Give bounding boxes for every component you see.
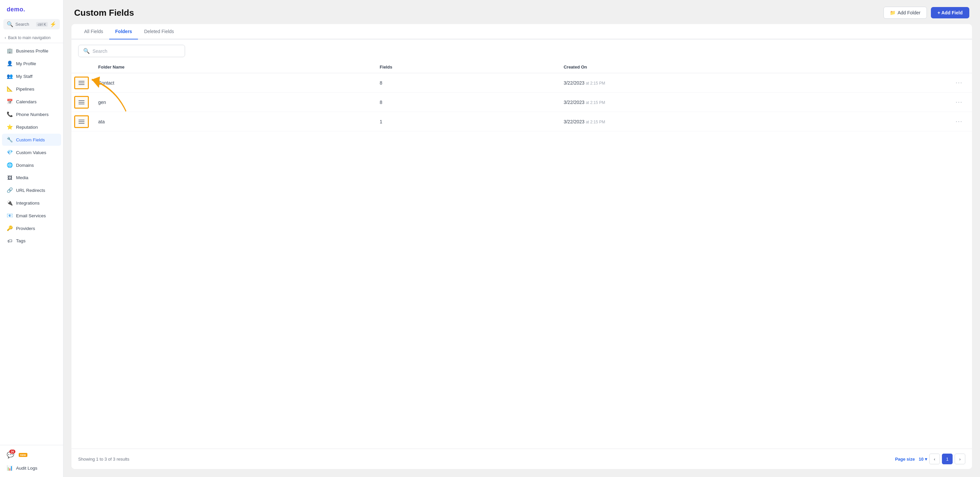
sidebar-item-domains[interactable]: 🌐 Domains bbox=[2, 159, 61, 171]
pagination-prev-button[interactable]: ‹ bbox=[929, 454, 940, 464]
drag-highlight-box-2 bbox=[74, 96, 89, 108]
my-staff-icon: 👥 bbox=[7, 73, 13, 79]
reputation-icon: ⭐ bbox=[7, 124, 13, 130]
global-search-bar[interactable]: 🔍 Search ctrl K ⚡ bbox=[3, 19, 60, 29]
tags-icon: 🏷 bbox=[7, 238, 13, 244]
pagination-page-1-button[interactable]: 1 bbox=[942, 454, 953, 464]
sidebar-item-label: Custom Fields bbox=[16, 137, 45, 142]
folder-icon: 📁 bbox=[890, 10, 896, 15]
drag-cell-3 bbox=[72, 112, 92, 131]
drag-cell-2 bbox=[72, 93, 92, 112]
drag-highlight-box-3 bbox=[74, 115, 89, 128]
tab-all-fields[interactable]: All Fields bbox=[78, 24, 109, 40]
drag-highlight-box-1 bbox=[74, 77, 89, 89]
sidebar-item-label: Pipelines bbox=[16, 86, 34, 92]
sidebar-item-calendars[interactable]: 📅 Calendars bbox=[2, 96, 61, 108]
page-title: Custom Fields bbox=[74, 8, 134, 18]
content-area: All Fields Folders Deleted Fields 🔍 bbox=[72, 24, 972, 469]
table-row: ata 1 3/22/2023 at 2:15 PM ··· bbox=[72, 112, 972, 131]
pagination-controls: Page size 10 ▾ ‹ 1 › bbox=[895, 454, 965, 464]
add-field-button[interactable]: + Add Field bbox=[931, 7, 969, 18]
lightning-icon: ⚡ bbox=[50, 21, 56, 27]
created-on-cell-2: 3/22/2023 at 2:15 PM bbox=[557, 93, 946, 112]
sidebar-item-audit-logs[interactable]: 📊 Audit Logs bbox=[2, 462, 61, 474]
search-container: 🔍 bbox=[72, 40, 972, 61]
drag-cell-1 bbox=[72, 73, 92, 93]
sidebar-item-label: Media bbox=[16, 175, 29, 180]
actions-cell-1: ··· bbox=[946, 73, 972, 93]
back-to-main-nav[interactable]: ‹ Back to main navigation bbox=[0, 33, 63, 43]
pagination-next-button[interactable]: › bbox=[955, 454, 965, 464]
email-services-icon: 📧 bbox=[7, 212, 13, 219]
sidebar-item-business-profile[interactable]: 🏢 Business Profile bbox=[2, 45, 61, 57]
chat-button[interactable]: 💬 26 new bbox=[2, 448, 61, 462]
sidebar-item-phone-numbers[interactable]: 📞 Phone Numbers bbox=[2, 108, 61, 120]
sidebar-item-providers[interactable]: 🔑 Providers bbox=[2, 222, 61, 235]
row-more-button-3[interactable]: ··· bbox=[953, 116, 965, 126]
sidebar-item-custom-fields[interactable]: 🔧 Custom Fields bbox=[2, 134, 61, 146]
url-redirects-icon: 🔗 bbox=[7, 187, 13, 193]
sidebar-item-integrations[interactable]: 🔌 Integrations bbox=[2, 197, 61, 209]
sidebar-item-my-staff[interactable]: 👥 My Staff bbox=[2, 70, 61, 82]
top-header: Custom Fields 📁 Add Folder + Add Field bbox=[64, 0, 980, 24]
add-folder-button[interactable]: 📁 Add Folder bbox=[883, 7, 927, 19]
tab-deleted-fields[interactable]: Deleted Fields bbox=[138, 24, 180, 40]
sidebar-item-reputation[interactable]: ⭐ Reputation bbox=[2, 121, 61, 133]
sidebar-item-label: Email Services bbox=[16, 213, 46, 218]
search-input-icon: 🔍 bbox=[83, 48, 90, 54]
chevron-left-icon: ‹ bbox=[5, 35, 6, 40]
audit-logs-icon: 📊 bbox=[7, 465, 13, 471]
folders-table: Folder Name Fields Created On bbox=[72, 61, 972, 131]
sidebar-item-tags[interactable]: 🏷 Tags bbox=[2, 235, 61, 247]
page-size-selector[interactable]: Page size 10 ▾ bbox=[895, 456, 927, 462]
col-actions bbox=[946, 61, 972, 73]
header-actions: 📁 Add Folder + Add Field bbox=[883, 7, 969, 19]
search-shortcut: ctrl K bbox=[36, 22, 48, 27]
row-more-button-2[interactable]: ··· bbox=[953, 97, 965, 107]
phone-numbers-icon: 📞 bbox=[7, 111, 13, 117]
sidebar-item-label: My Staff bbox=[16, 74, 32, 79]
folder-name-cell-3: ata bbox=[92, 112, 373, 131]
sidebar-item-pipelines[interactable]: 📐 Pipelines bbox=[2, 83, 61, 95]
custom-fields-icon: 🔧 bbox=[7, 137, 13, 143]
sidebar-item-label: Integrations bbox=[16, 201, 40, 206]
created-on-cell-1: 3/22/2023 at 2:15 PM bbox=[557, 73, 946, 93]
sidebar-item-label: Phone Numbers bbox=[16, 112, 49, 117]
folder-name-cell-1: Contact bbox=[92, 73, 373, 93]
fields-cell-3: 1 bbox=[373, 112, 557, 131]
created-on-cell-3: 3/22/2023 at 2:15 PM bbox=[557, 112, 946, 131]
table-footer: Showing 1 to 3 of 3 results Page size 10… bbox=[72, 448, 972, 469]
col-folder-name: Folder Name bbox=[92, 61, 373, 73]
tab-folders[interactable]: Folders bbox=[109, 24, 138, 40]
actions-cell-3: ··· bbox=[946, 112, 972, 131]
custom-values-icon: 💎 bbox=[7, 149, 13, 155]
sidebar-item-my-profile[interactable]: 👤 My Profile bbox=[2, 57, 61, 70]
drag-handle-1[interactable] bbox=[76, 79, 87, 87]
sidebar-item-label: URL Redirects bbox=[16, 188, 45, 193]
search-bar-label: Search bbox=[15, 22, 34, 27]
sidebar-item-custom-values[interactable]: 💎 Custom Values bbox=[2, 147, 61, 158]
media-icon: 🖼 bbox=[7, 175, 13, 180]
search-icon: 🔍 bbox=[7, 21, 13, 27]
table-search-input[interactable] bbox=[92, 48, 180, 54]
nav-bottom: 💬 26 new 📊 Audit Logs bbox=[0, 445, 63, 477]
row-more-button-1[interactable]: ··· bbox=[953, 78, 965, 88]
sidebar-item-media[interactable]: 🖼 Media bbox=[2, 172, 61, 183]
chat-new-badge: new bbox=[19, 453, 27, 457]
sidebar-item-url-redirects[interactable]: 🔗 URL Redirects bbox=[2, 184, 61, 196]
sidebar-item-label: Custom Values bbox=[16, 150, 46, 155]
drag-handle-2[interactable] bbox=[76, 98, 87, 106]
pipelines-icon: 📐 bbox=[7, 86, 13, 92]
integrations-icon: 🔌 bbox=[7, 200, 13, 206]
col-created-on: Created On bbox=[557, 61, 946, 73]
sidebar-item-email-services[interactable]: 📧 Email Services bbox=[2, 210, 61, 222]
table-row: Contact 8 3/22/2023 at 2:15 PM ··· bbox=[72, 73, 972, 93]
chat-badge: 26 bbox=[10, 450, 15, 454]
col-fields: Fields bbox=[373, 61, 557, 73]
my-profile-icon: 👤 bbox=[7, 61, 13, 67]
tabs-bar: All Fields Folders Deleted Fields bbox=[72, 24, 972, 40]
sidebar-item-label: Tags bbox=[16, 238, 26, 243]
sidebar-item-label: Audit Logs bbox=[16, 466, 37, 471]
page-size-label: Page size bbox=[895, 456, 915, 462]
drag-handle-3[interactable] bbox=[76, 118, 87, 126]
